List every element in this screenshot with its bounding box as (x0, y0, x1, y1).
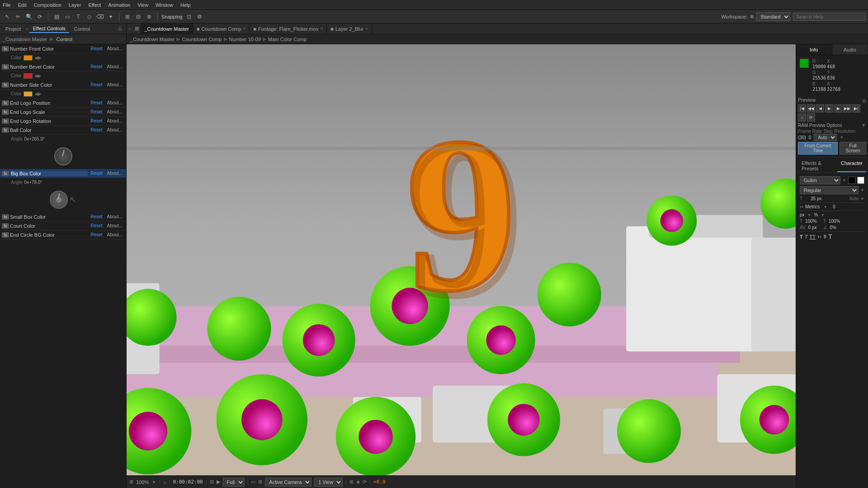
text-style-T4[interactable]: T (823, 234, 826, 239)
text-style-TT[interactable]: TT (809, 234, 815, 239)
about-cc[interactable]: About... (105, 223, 124, 228)
tab-f-close[interactable]: × (320, 26, 323, 31)
about-ecbgc[interactable]: About... (105, 232, 124, 237)
bc-3[interactable]: Number 10-09 (229, 37, 261, 42)
3d-origin-icon[interactable]: ⊞ (123, 12, 132, 21)
reset-nfc[interactable]: Reset (89, 46, 104, 51)
menu-layer[interactable]: Layer (69, 2, 81, 8)
font-dropdown[interactable]: Gulim (800, 176, 840, 184)
angle-value-1[interactable]: 0x+265.0° (24, 136, 45, 141)
viewer-home-icon[interactable]: ⌂ (163, 479, 166, 485)
viewer-motion-icon[interactable]: ⟳ (363, 479, 367, 485)
brush-tool-icon[interactable]: ◇ (85, 12, 94, 21)
text-style-T1[interactable]: T (800, 234, 803, 239)
angle-dial-1[interactable] (54, 147, 72, 165)
text-tool-icon[interactable]: T (74, 12, 83, 21)
color-swatch-nbc[interactable] (24, 73, 33, 79)
camera-dropdown[interactable]: Active Camera (265, 478, 311, 487)
about-els[interactable]: About... (105, 109, 124, 114)
font-style-arrow[interactable]: ▼ (860, 188, 864, 192)
preview-settings-icon[interactable]: ⊞ (862, 98, 866, 104)
tab-layer-blur[interactable]: ■ Layer 2_Blur × (327, 23, 372, 34)
text-style-T5[interactable]: T (828, 233, 832, 240)
about-bc[interactable]: About... (105, 127, 124, 132)
unit-percent-arrow[interactable]: ▼ (821, 213, 825, 217)
tab-character[interactable]: Character (837, 160, 866, 172)
angle-value-2[interactable]: 0x+78.0° (24, 180, 42, 185)
about-elr[interactable]: About... (105, 118, 124, 123)
preview-back-btn[interactable]: ◀ (816, 104, 824, 113)
tab-cc-close[interactable]: × (243, 26, 246, 31)
tab-countdown-comp[interactable]: ■ Countdown Comp × (193, 23, 250, 34)
kern-val[interactable]: 0 (833, 204, 835, 209)
3d-view-icon[interactable]: ⊟ (134, 12, 143, 21)
tab-audio[interactable]: Audio (832, 44, 868, 55)
camera-orbit-icon[interactable]: ⟳ (35, 12, 44, 21)
res-arrow[interactable]: ▼ (840, 135, 844, 140)
menu-composition[interactable]: Composition (34, 2, 61, 8)
search-help-input[interactable] (793, 13, 865, 21)
reset-ecbgc[interactable]: Reset (89, 232, 104, 237)
scale-100-1[interactable]: 100% (805, 219, 817, 224)
bc-2[interactable]: Countdown Comp (182, 37, 222, 42)
preview-prev-btn[interactable]: ◀◀ (807, 104, 815, 113)
font-size-val[interactable]: 35 px (811, 196, 821, 201)
unit-percent[interactable]: % (814, 212, 818, 217)
reset-nsc[interactable]: Reset (89, 82, 104, 87)
menu-help[interactable]: Help (180, 2, 191, 8)
align-left-icon[interactable]: ▤ (52, 12, 61, 21)
color-swatch-nfc[interactable] (24, 55, 33, 61)
preview-next-btn[interactable]: ▶▶ (843, 104, 851, 113)
unit-px-arrow[interactable]: ▼ (807, 213, 811, 217)
text-color-swatch[interactable] (848, 177, 855, 184)
about-nfc[interactable]: About... (105, 46, 124, 51)
about-bbc[interactable]: About... (105, 171, 124, 176)
zoom-dropdown-icon[interactable]: ▼ (151, 479, 156, 485)
zoom-value[interactable]: 100% (136, 479, 149, 485)
preview-audio-btn[interactable]: ♪ (798, 113, 806, 122)
from-current-time-btn[interactable]: From Current Time (798, 142, 838, 155)
snapping-toggle-icon[interactable]: ⊡ (184, 12, 193, 21)
reset-nbc[interactable]: Reset (89, 64, 104, 69)
preview-first-btn[interactable]: |◀ (798, 104, 806, 113)
font-size-unit-arrow[interactable]: ▼ (860, 197, 864, 201)
tab-effects-presets[interactable]: Effects & Presets (798, 160, 837, 172)
viewer-grid-icon[interactable]: ⊞ (258, 479, 262, 485)
ram-preview-arrow[interactable]: ▼ (861, 122, 866, 128)
preview-forward-btn[interactable]: ▶ (834, 104, 842, 113)
text-style-T2[interactable]: T (805, 234, 808, 239)
selection-tool-icon[interactable]: ↖ (3, 12, 12, 21)
tab-lb-close[interactable]: × (365, 26, 368, 31)
about-sbc[interactable]: About... (105, 214, 124, 219)
menu-effect[interactable]: Effect (88, 2, 101, 8)
magnet-icon[interactable]: ⚙ (195, 12, 204, 21)
preview-loop-btn[interactable]: ⟳ (807, 113, 815, 122)
bc-1[interactable]: _Countdown Master (130, 37, 175, 42)
font-style-dropdown[interactable]: Regular (800, 186, 859, 194)
tab-effect-controls[interactable]: Effect Controls (29, 25, 69, 33)
light-icon[interactable]: ⊗ (145, 12, 154, 21)
eraser-tool-icon[interactable]: ⌫ (95, 12, 104, 21)
puppet-tool-icon[interactable]: ✦ (106, 12, 115, 21)
reset-elr[interactable]: Reset (89, 118, 104, 123)
quality-dropdown[interactable]: Full (223, 478, 245, 487)
about-elp[interactable]: About... (105, 100, 124, 105)
viewer-mask-icon[interactable]: ▭ (251, 479, 255, 485)
menu-file[interactable]: File (3, 2, 11, 8)
reset-elp[interactable]: Reset (89, 100, 104, 105)
fps-value[interactable]: (30) (798, 135, 806, 140)
shape-tool-icon[interactable]: ▭ (63, 12, 72, 21)
panel-menu-icon[interactable]: ☰ (116, 26, 124, 32)
tab-footage[interactable]: ■ Footage: Flare_Flicker.mov × (250, 23, 327, 34)
metrics-val[interactable]: Metrics (805, 204, 820, 209)
view-dropdown[interactable]: 1 View (314, 478, 343, 487)
resolution-dropdown[interactable]: Auto (814, 134, 837, 141)
metrics-arrow[interactable]: ▼ (823, 205, 827, 209)
text-style-T3[interactable]: T+ (817, 235, 822, 239)
tab-project[interactable]: Project (2, 25, 24, 33)
control-sub-tab[interactable]: Control (72, 26, 92, 32)
reset-bc[interactable]: Reset (89, 127, 104, 132)
about-nsc[interactable]: About... (105, 82, 124, 87)
reset-bbc[interactable]: Reset (89, 171, 104, 176)
unit-px[interactable]: px (800, 212, 805, 217)
